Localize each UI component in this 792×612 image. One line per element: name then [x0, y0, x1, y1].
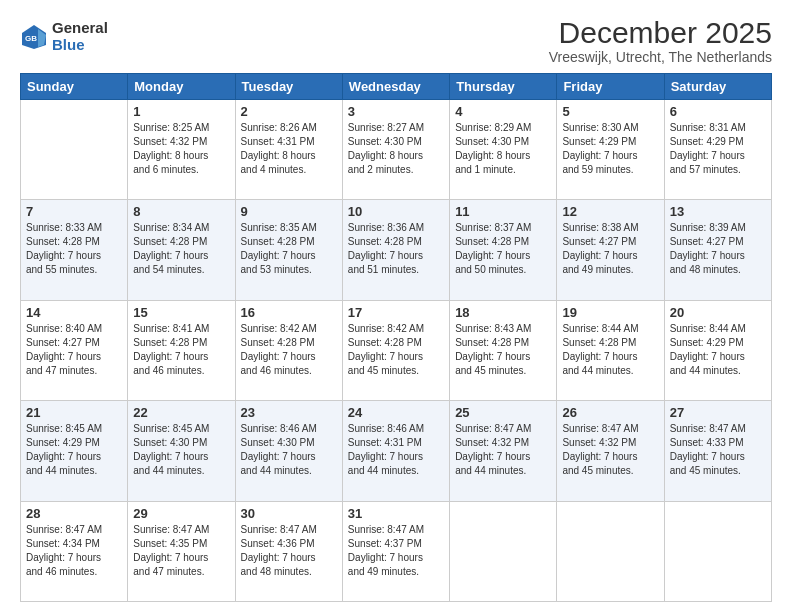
day-number: 19 — [562, 305, 658, 320]
day-number: 5 — [562, 104, 658, 119]
day-info: Sunrise: 8:26 AMSunset: 4:31 PMDaylight:… — [241, 121, 337, 177]
col-tuesday: Tuesday — [235, 74, 342, 100]
calendar-cell: 31Sunrise: 8:47 AMSunset: 4:37 PMDayligh… — [342, 501, 449, 601]
title-block: December 2025 Vreeswijk, Utrecht, The Ne… — [549, 16, 772, 65]
day-info: Sunrise: 8:25 AMSunset: 4:32 PMDaylight:… — [133, 121, 229, 177]
day-info: Sunrise: 8:43 AMSunset: 4:28 PMDaylight:… — [455, 322, 551, 378]
day-number: 28 — [26, 506, 122, 521]
day-info: Sunrise: 8:47 AMSunset: 4:35 PMDaylight:… — [133, 523, 229, 579]
day-number: 21 — [26, 405, 122, 420]
day-number: 31 — [348, 506, 444, 521]
subtitle: Vreeswijk, Utrecht, The Netherlands — [549, 49, 772, 65]
page: GB General Blue December 2025 Vreeswijk,… — [0, 0, 792, 612]
calendar-week-2: 14Sunrise: 8:40 AMSunset: 4:27 PMDayligh… — [21, 300, 772, 400]
day-number: 4 — [455, 104, 551, 119]
day-info: Sunrise: 8:29 AMSunset: 4:30 PMDaylight:… — [455, 121, 551, 177]
day-info: Sunrise: 8:33 AMSunset: 4:28 PMDaylight:… — [26, 221, 122, 277]
day-number: 22 — [133, 405, 229, 420]
day-info: Sunrise: 8:44 AMSunset: 4:28 PMDaylight:… — [562, 322, 658, 378]
day-number: 9 — [241, 204, 337, 219]
day-info: Sunrise: 8:37 AMSunset: 4:28 PMDaylight:… — [455, 221, 551, 277]
day-number: 29 — [133, 506, 229, 521]
col-wednesday: Wednesday — [342, 74, 449, 100]
day-number: 7 — [26, 204, 122, 219]
calendar-week-1: 7Sunrise: 8:33 AMSunset: 4:28 PMDaylight… — [21, 200, 772, 300]
day-number: 11 — [455, 204, 551, 219]
day-info: Sunrise: 8:35 AMSunset: 4:28 PMDaylight:… — [241, 221, 337, 277]
day-info: Sunrise: 8:39 AMSunset: 4:27 PMDaylight:… — [670, 221, 766, 277]
calendar-cell: 5Sunrise: 8:30 AMSunset: 4:29 PMDaylight… — [557, 100, 664, 200]
calendar-cell: 21Sunrise: 8:45 AMSunset: 4:29 PMDayligh… — [21, 401, 128, 501]
day-info: Sunrise: 8:47 AMSunset: 4:34 PMDaylight:… — [26, 523, 122, 579]
day-number: 13 — [670, 204, 766, 219]
day-info: Sunrise: 8:46 AMSunset: 4:30 PMDaylight:… — [241, 422, 337, 478]
calendar-cell: 18Sunrise: 8:43 AMSunset: 4:28 PMDayligh… — [450, 300, 557, 400]
day-info: Sunrise: 8:45 AMSunset: 4:30 PMDaylight:… — [133, 422, 229, 478]
calendar-cell: 30Sunrise: 8:47 AMSunset: 4:36 PMDayligh… — [235, 501, 342, 601]
calendar-cell: 7Sunrise: 8:33 AMSunset: 4:28 PMDaylight… — [21, 200, 128, 300]
day-info: Sunrise: 8:47 AMSunset: 4:32 PMDaylight:… — [455, 422, 551, 478]
day-info: Sunrise: 8:42 AMSunset: 4:28 PMDaylight:… — [348, 322, 444, 378]
day-number: 2 — [241, 104, 337, 119]
calendar-cell: 23Sunrise: 8:46 AMSunset: 4:30 PMDayligh… — [235, 401, 342, 501]
calendar-cell: 17Sunrise: 8:42 AMSunset: 4:28 PMDayligh… — [342, 300, 449, 400]
day-number: 15 — [133, 305, 229, 320]
day-number: 3 — [348, 104, 444, 119]
day-number: 25 — [455, 405, 551, 420]
svg-text:GB: GB — [25, 34, 37, 43]
calendar-cell: 27Sunrise: 8:47 AMSunset: 4:33 PMDayligh… — [664, 401, 771, 501]
calendar-cell: 14Sunrise: 8:40 AMSunset: 4:27 PMDayligh… — [21, 300, 128, 400]
calendar-cell: 4Sunrise: 8:29 AMSunset: 4:30 PMDaylight… — [450, 100, 557, 200]
day-number: 18 — [455, 305, 551, 320]
day-number: 17 — [348, 305, 444, 320]
day-info: Sunrise: 8:46 AMSunset: 4:31 PMDaylight:… — [348, 422, 444, 478]
main-title: December 2025 — [549, 16, 772, 49]
day-info: Sunrise: 8:27 AMSunset: 4:30 PMDaylight:… — [348, 121, 444, 177]
calendar-cell: 22Sunrise: 8:45 AMSunset: 4:30 PMDayligh… — [128, 401, 235, 501]
calendar-cell: 2Sunrise: 8:26 AMSunset: 4:31 PMDaylight… — [235, 100, 342, 200]
day-number: 8 — [133, 204, 229, 219]
day-number: 12 — [562, 204, 658, 219]
calendar-cell: 25Sunrise: 8:47 AMSunset: 4:32 PMDayligh… — [450, 401, 557, 501]
day-info: Sunrise: 8:47 AMSunset: 4:37 PMDaylight:… — [348, 523, 444, 579]
col-monday: Monday — [128, 74, 235, 100]
logo-icon: GB — [20, 23, 48, 51]
calendar-cell: 26Sunrise: 8:47 AMSunset: 4:32 PMDayligh… — [557, 401, 664, 501]
col-sunday: Sunday — [21, 74, 128, 100]
day-info: Sunrise: 8:34 AMSunset: 4:28 PMDaylight:… — [133, 221, 229, 277]
calendar-cell: 11Sunrise: 8:37 AMSunset: 4:28 PMDayligh… — [450, 200, 557, 300]
day-info: Sunrise: 8:31 AMSunset: 4:29 PMDaylight:… — [670, 121, 766, 177]
logo-general: General — [52, 20, 108, 37]
calendar-table: Sunday Monday Tuesday Wednesday Thursday… — [20, 73, 772, 602]
day-info: Sunrise: 8:40 AMSunset: 4:27 PMDaylight:… — [26, 322, 122, 378]
logo-blue: Blue — [52, 37, 108, 54]
calendar-cell — [450, 501, 557, 601]
calendar-cell: 13Sunrise: 8:39 AMSunset: 4:27 PMDayligh… — [664, 200, 771, 300]
calendar-cell: 1Sunrise: 8:25 AMSunset: 4:32 PMDaylight… — [128, 100, 235, 200]
day-number: 30 — [241, 506, 337, 521]
day-info: Sunrise: 8:38 AMSunset: 4:27 PMDaylight:… — [562, 221, 658, 277]
calendar-cell — [664, 501, 771, 601]
day-number: 27 — [670, 405, 766, 420]
day-number: 20 — [670, 305, 766, 320]
day-number: 6 — [670, 104, 766, 119]
day-info: Sunrise: 8:45 AMSunset: 4:29 PMDaylight:… — [26, 422, 122, 478]
col-thursday: Thursday — [450, 74, 557, 100]
day-number: 23 — [241, 405, 337, 420]
logo: GB General Blue — [20, 20, 108, 53]
calendar-cell: 29Sunrise: 8:47 AMSunset: 4:35 PMDayligh… — [128, 501, 235, 601]
day-info: Sunrise: 8:41 AMSunset: 4:28 PMDaylight:… — [133, 322, 229, 378]
calendar-cell: 6Sunrise: 8:31 AMSunset: 4:29 PMDaylight… — [664, 100, 771, 200]
calendar-cell: 9Sunrise: 8:35 AMSunset: 4:28 PMDaylight… — [235, 200, 342, 300]
calendar-week-4: 28Sunrise: 8:47 AMSunset: 4:34 PMDayligh… — [21, 501, 772, 601]
calendar-cell: 19Sunrise: 8:44 AMSunset: 4:28 PMDayligh… — [557, 300, 664, 400]
day-info: Sunrise: 8:47 AMSunset: 4:33 PMDaylight:… — [670, 422, 766, 478]
calendar-cell: 20Sunrise: 8:44 AMSunset: 4:29 PMDayligh… — [664, 300, 771, 400]
day-info: Sunrise: 8:30 AMSunset: 4:29 PMDaylight:… — [562, 121, 658, 177]
day-info: Sunrise: 8:42 AMSunset: 4:28 PMDaylight:… — [241, 322, 337, 378]
calendar-cell: 15Sunrise: 8:41 AMSunset: 4:28 PMDayligh… — [128, 300, 235, 400]
day-number: 24 — [348, 405, 444, 420]
calendar-cell: 12Sunrise: 8:38 AMSunset: 4:27 PMDayligh… — [557, 200, 664, 300]
day-number: 10 — [348, 204, 444, 219]
calendar-cell — [21, 100, 128, 200]
